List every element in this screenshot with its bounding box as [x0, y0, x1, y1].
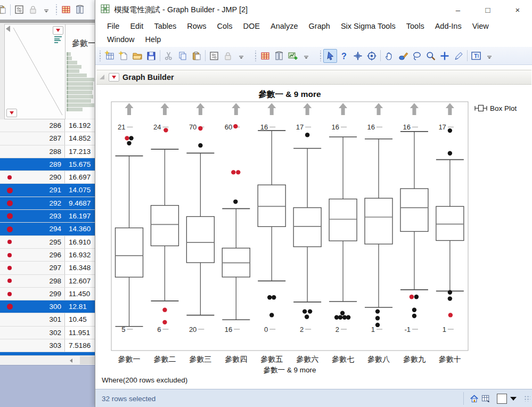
- outlier-point[interactable]: [127, 141, 131, 145]
- cell-value[interactable]: 10.45: [65, 313, 95, 325]
- menu-analyze[interactable]: Analyze: [265, 20, 304, 33]
- outlier-point[interactable]: [231, 170, 235, 174]
- row-state-cell[interactable]: [0, 145, 19, 158]
- cell-value[interactable]: 14.075: [65, 184, 95, 196]
- row-number[interactable]: 292: [19, 197, 65, 209]
- save-icon[interactable]: [144, 49, 158, 63]
- row-number[interactable]: 289: [19, 158, 65, 170]
- table-row[interactable]: 29911.450: [0, 288, 95, 300]
- cell-value[interactable]: 16.697: [65, 171, 95, 183]
- scroll-left-icon[interactable]: [65, 357, 77, 364]
- row-number[interactable]: 294: [19, 223, 65, 235]
- outlier-point[interactable]: [412, 308, 416, 312]
- row-number[interactable]: 298: [19, 275, 65, 287]
- table-row[interactable]: 29114.075: [0, 184, 95, 197]
- row-number[interactable]: 290: [19, 171, 65, 183]
- table-row[interactable]: 28616.192: [0, 119, 95, 132]
- table-row[interactable]: 29516.910: [0, 236, 95, 249]
- row-state-cell[interactable]: [0, 327, 19, 339]
- row-number[interactable]: 293: [19, 210, 65, 222]
- table-row[interactable]: 28817.213: [0, 145, 95, 158]
- cell-value[interactable]: 14.852: [65, 132, 95, 144]
- iqr-box[interactable]: [293, 208, 321, 247]
- row-state-cell[interactable]: [0, 197, 19, 209]
- row-state-cell[interactable]: [0, 223, 19, 235]
- outlier-point[interactable]: [267, 295, 272, 299]
- row-number[interactable]: 295: [19, 236, 65, 248]
- menu-window[interactable]: Window: [102, 33, 140, 46]
- cell-value[interactable]: 15.675: [65, 158, 95, 170]
- overflow-icon[interactable]: [300, 49, 314, 63]
- excluded-row-marker-icon[interactable]: [7, 226, 13, 232]
- iqr-box[interactable]: [400, 189, 428, 231]
- cell-value[interactable]: 16.932: [65, 249, 95, 261]
- row-state-cell[interactable]: [0, 262, 19, 274]
- cell-value[interactable]: 11.951: [65, 327, 95, 339]
- column-header-cell[interactable]: 參數一: [65, 24, 95, 119]
- excluded-row-marker-icon[interactable]: [7, 175, 12, 180]
- iqr-box[interactable]: [329, 199, 357, 241]
- title-bar[interactable]: 模擬電性測試 - Graph Builder - JMP [2] – □ ×: [95, 0, 532, 20]
- cell-value[interactable]: 16.348: [65, 262, 95, 274]
- outlier-point[interactable]: [233, 124, 238, 128]
- journal-icon[interactable]: [272, 49, 286, 63]
- column-list-icon[interactable]: [54, 36, 62, 43]
- cell-value[interactable]: 14.360: [65, 223, 95, 235]
- legend-box-plot[interactable]: Box Plot: [475, 104, 517, 112]
- rows-columns-panel[interactable]: [4, 24, 66, 119]
- report-collapse-icon[interactable]: [100, 75, 104, 79]
- horizontal-scrollbar[interactable]: [0, 355, 95, 365]
- toolbar-drag-handle[interactable]: [254, 51, 257, 61]
- pen-icon[interactable]: [452, 49, 465, 63]
- excluded-row-marker-icon[interactable]: [7, 279, 12, 283]
- row-state-cell[interactable]: [0, 288, 19, 300]
- row-state-cell[interactable]: [0, 236, 19, 248]
- row-state-cell[interactable]: [0, 275, 19, 287]
- excluded-row-marker-icon[interactable]: [7, 304, 13, 310]
- outlier-point[interactable]: [410, 295, 414, 299]
- iqr-box[interactable]: [186, 216, 214, 263]
- outlier-point[interactable]: [162, 307, 167, 312]
- excluded-row-marker-icon[interactable]: [7, 240, 12, 244]
- new-journal-icon[interactable]: [117, 49, 130, 63]
- menu-six-sigma-tools[interactable]: Six Sigma Tools: [335, 20, 401, 33]
- row-number[interactable]: 286: [19, 119, 65, 132]
- outlier-point[interactable]: [375, 309, 380, 313]
- grabber-icon[interactable]: [382, 49, 396, 63]
- table-row[interactable]: 30211.951: [0, 327, 95, 339]
- row-number[interactable]: 291: [19, 184, 65, 196]
- outlier-point[interactable]: [305, 133, 309, 137]
- menu-tools[interactable]: Tools: [401, 20, 430, 33]
- pointer-icon[interactable]: [323, 49, 337, 63]
- toolbar-drag-handle[interactable]: [55, 4, 58, 15]
- row-state-cell[interactable]: [0, 158, 19, 170]
- annotate-icon[interactable]: T: [469, 49, 483, 63]
- outlier-point[interactable]: [198, 143, 202, 148]
- paste-icon[interactable]: [0, 3, 9, 17]
- data-table-icon[interactable]: [258, 49, 272, 63]
- menu-doe[interactable]: DOE: [238, 20, 265, 33]
- excluded-row-marker-icon[interactable]: [7, 266, 12, 270]
- cut-icon[interactable]: [162, 49, 176, 63]
- excluded-row-marker-icon[interactable]: [7, 188, 13, 193]
- row-number[interactable]: 288: [19, 145, 65, 158]
- data-table-icon[interactable]: [59, 3, 73, 17]
- table-row[interactable]: 3037.5186: [0, 339, 95, 352]
- row-state-cell[interactable]: [0, 300, 19, 313]
- preferences-icon[interactable]: [12, 3, 26, 17]
- color-swatch[interactable]: [497, 394, 507, 404]
- outlier-point[interactable]: [448, 128, 452, 133]
- new-table-icon[interactable]: [103, 49, 117, 63]
- cell-value[interactable]: 16.192: [65, 119, 95, 132]
- excluded-row-marker-icon[interactable]: [7, 292, 12, 296]
- table-row[interactable]: 28714.852: [0, 132, 95, 145]
- outlier-point[interactable]: [412, 314, 416, 318]
- row-state-cell[interactable]: [0, 249, 19, 261]
- menu-tables[interactable]: Tables: [149, 20, 182, 33]
- overflow-icon[interactable]: [40, 3, 54, 17]
- menu-help[interactable]: Help: [140, 33, 167, 46]
- iqr-box[interactable]: [151, 206, 178, 246]
- table-row[interactable]: 29716.348: [0, 262, 95, 274]
- row-number[interactable]: 299: [19, 288, 65, 300]
- excluded-row-marker-icon[interactable]: [7, 200, 13, 206]
